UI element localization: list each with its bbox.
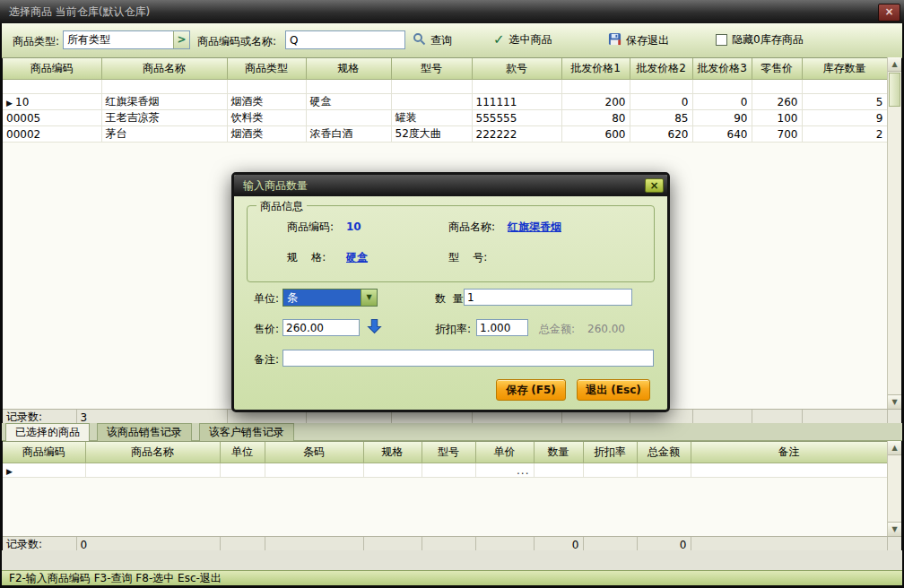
col-header-model[interactable]: 型号 xyxy=(422,442,475,463)
discount-input[interactable] xyxy=(476,319,528,336)
search-icon xyxy=(413,32,426,48)
total-value: 260.00 xyxy=(587,321,625,337)
col-header-spec[interactable]: 规格 xyxy=(363,442,422,463)
selected-products-grid: 商品编码 商品名称 单位 条码 规格 型号 单价 数量 折扣率 总金额 备注 ▶ xyxy=(3,441,887,537)
filter-row[interactable] xyxy=(3,80,887,94)
col-header-model[interactable]: 型号 xyxy=(391,58,472,80)
dropdown-arrow-icon[interactable]: ▼ xyxy=(361,290,377,306)
product-type-label: 商品类型: xyxy=(13,34,59,49)
unit-value: 条 xyxy=(283,290,361,306)
select-product-button[interactable]: ✓ 选中商品 xyxy=(493,32,552,48)
scrollbar-down-icon[interactable]: ▼ xyxy=(888,522,901,536)
select-product-label: 选中商品 xyxy=(509,32,552,48)
row-selector-icon: ▶ xyxy=(6,99,15,108)
remark-label: 备注: xyxy=(254,351,279,368)
col-header-discount[interactable]: 折扣率 xyxy=(583,442,637,463)
scrollbar-down-icon[interactable]: ▼ xyxy=(888,394,901,409)
col-header-wholesale3[interactable]: 批发价格3 xyxy=(692,58,752,80)
lower-tabs: 已选择的商品 该商品销售记录 该客户销售记录 xyxy=(2,423,902,441)
qty-label: 数 量: xyxy=(435,290,467,307)
tab-product-sales-history[interactable]: 该商品销售记录 xyxy=(97,423,192,441)
search-button[interactable]: 查询 xyxy=(413,32,452,48)
remark-input[interactable] xyxy=(282,350,654,367)
col-header-remark[interactable]: 备注 xyxy=(691,442,887,463)
total-sum-value: 0 xyxy=(637,537,691,551)
dialog-body: 商品信息 商品编码: 10 商品名称: 红旗渠香烟 规 格: 硬盒 型 号: 单… xyxy=(234,196,667,410)
dialog-close-icon[interactable]: × xyxy=(645,178,664,193)
col-header-stock[interactable]: 库存数量 xyxy=(802,58,887,80)
selected-products-table: 商品编码 商品名称 单位 条码 规格 型号 单价 数量 折扣率 总金额 备注 ▶ xyxy=(3,442,887,478)
quantity-input[interactable] xyxy=(464,289,632,306)
code-value: 10 xyxy=(346,219,361,235)
dialog-title: 输入商品数量 xyxy=(234,179,308,192)
col-header-unit[interactable]: 单位 xyxy=(220,442,265,463)
save-icon xyxy=(608,32,622,48)
scrollbar-up-icon[interactable]: ▲ xyxy=(888,441,901,455)
col-header-code[interactable]: 商品编码 xyxy=(3,58,101,80)
hide-zero-stock-label: 隐藏0库存商品 xyxy=(732,32,804,48)
product-table: 商品编码 商品名称 商品类型 规格 型号 款号 批发价格1 批发价格2 批发价格… xyxy=(3,58,887,143)
tab-customer-sales-history[interactable]: 该客户销售记录 xyxy=(199,423,294,441)
table-row[interactable]: ▶10 红旗渠香烟 烟酒类 硬盒 111111 200 0 0 260 5 xyxy=(3,94,887,110)
save-exit-label: 保存退出 xyxy=(626,33,669,48)
col-header-wholesale1[interactable]: 批发价格1 xyxy=(561,58,630,80)
selected-grid-header-row: 商品编码 商品名称 单位 条码 规格 型号 单价 数量 折扣率 总金额 备注 xyxy=(3,442,887,463)
selected-grid-footer: 记录数: 0 0 0 xyxy=(3,536,901,551)
table-row[interactable]: ▶ ... xyxy=(3,463,887,478)
tab-selected-products[interactable]: 已选择的商品 xyxy=(5,423,90,441)
record-count-label: 记录数: xyxy=(3,410,76,424)
col-header-retail[interactable]: 零售价 xyxy=(752,58,802,80)
status-hotkeys-text: F2-输入商品编码 F3-查询 F8-选中 Esc-退出 xyxy=(9,572,222,584)
table-row[interactable]: 00002 茅台 烟酒类 浓香白酒 52度大曲 222222 600 620 6… xyxy=(3,126,887,143)
code-or-name-label: 商品编码或名称: xyxy=(197,34,276,49)
name-label: 商品名称: xyxy=(448,219,495,235)
window-titlebar[interactable]: 选择商品 当前仓库(默认仓库) × xyxy=(0,0,904,23)
close-icon[interactable]: × xyxy=(878,4,900,22)
product-grid-header-row: 商品编码 商品名称 商品类型 规格 型号 款号 批发价格1 批发价格2 批发价格… xyxy=(3,58,887,80)
spec-label: 规 格: xyxy=(287,249,326,265)
product-grid-scrollbar[interactable]: ▲ ▼ xyxy=(887,57,901,409)
quantity-dialog: 输入商品数量 × 商品信息 商品编码: 10 商品名称: 红旗渠香烟 规 格: … xyxy=(231,172,670,412)
status-bar: F2-输入商品编码 F3-查询 F8-选中 Esc-退出 xyxy=(2,570,902,585)
price-down-arrow-icon[interactable] xyxy=(367,318,382,337)
col-header-name[interactable]: 商品名称 xyxy=(101,58,227,80)
col-header-name[interactable]: 商品名称 xyxy=(85,442,220,463)
total-label: 总金额: xyxy=(539,321,575,337)
save-button[interactable]: 保存 (F5) xyxy=(496,379,566,401)
price-input[interactable] xyxy=(282,319,360,336)
qty-sum-value: 0 xyxy=(534,537,583,551)
col-header-price[interactable]: 单价 xyxy=(475,442,534,463)
table-row[interactable]: 00005 王老吉凉茶 饮料类 罐装 555555 80 85 90 100 9 xyxy=(3,110,887,126)
col-header-type[interactable]: 商品类型 xyxy=(227,58,306,80)
dialog-titlebar[interactable]: 输入商品数量 × xyxy=(234,175,667,196)
discount-label: 折扣率: xyxy=(435,321,471,337)
col-header-code[interactable]: 商品编码 xyxy=(3,442,85,463)
exit-button[interactable]: 退出 (Esc) xyxy=(577,379,650,401)
ellipsis-button[interactable]: ... xyxy=(517,464,529,477)
record-count-label: 记录数: xyxy=(3,537,76,551)
hide-zero-stock-checkbox[interactable]: 隐藏0库存商品 xyxy=(716,32,804,48)
code-or-name-input[interactable] xyxy=(285,30,405,49)
save-exit-button[interactable]: 保存退出 xyxy=(608,32,669,48)
spec-value: 硬盒 xyxy=(346,249,368,265)
col-header-style[interactable]: 款号 xyxy=(472,58,561,80)
scrollbar-up-icon[interactable]: ▲ xyxy=(888,57,901,72)
checkbox-icon[interactable] xyxy=(716,34,727,46)
scrollbar-thumb[interactable] xyxy=(889,73,900,107)
dropdown-arrow-icon[interactable]: > xyxy=(173,31,189,48)
col-header-qty[interactable]: 数量 xyxy=(534,442,583,463)
col-header-barcode[interactable]: 条码 xyxy=(265,442,363,463)
bottom-panel xyxy=(2,550,902,570)
code-label: 商品编码: xyxy=(287,219,334,235)
product-info-group: 商品信息 商品编码: 10 商品名称: 红旗渠香烟 规 格: 硬盒 型 号: xyxy=(247,205,655,282)
record-count-value: 0 xyxy=(76,537,220,551)
col-header-total[interactable]: 总金额 xyxy=(637,442,691,463)
col-header-spec[interactable]: 规格 xyxy=(306,58,391,80)
toolbar: 商品类型: 所有类型 > 商品编码或名称: 查询 ✓ 选中商品 保存退出 隐藏0… xyxy=(2,23,902,58)
col-header-wholesale2[interactable]: 批发价格2 xyxy=(630,58,692,80)
selected-grid-scrollbar[interactable]: ▲ ▼ xyxy=(887,441,901,536)
group-legend: 商品信息 xyxy=(256,199,307,214)
unit-dropdown[interactable]: 条 ▼ xyxy=(282,289,378,307)
unit-label: 单位: xyxy=(254,290,279,307)
product-type-dropdown[interactable]: 所有类型 > xyxy=(63,30,190,49)
